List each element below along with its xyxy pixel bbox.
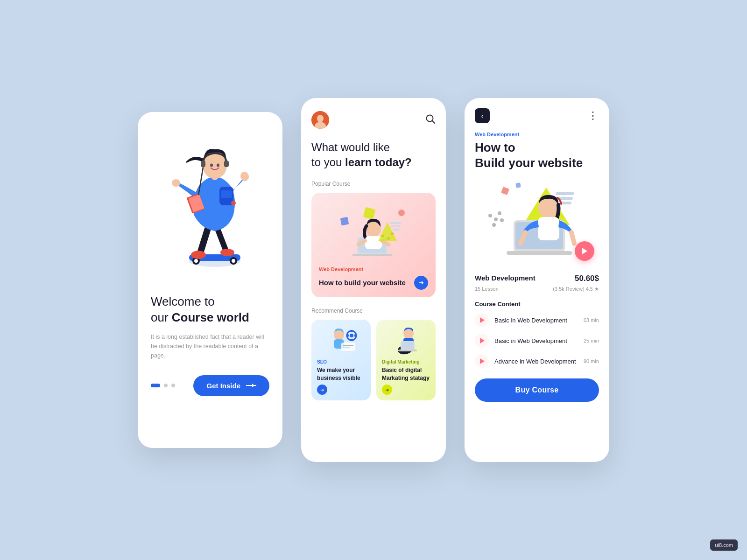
svg-rect-50 bbox=[350, 339, 353, 341]
back-button[interactable]: ‹ bbox=[475, 108, 490, 123]
dm-illustration bbox=[382, 326, 430, 357]
popular-course-card[interactable]: Web Development How to build your websit… bbox=[311, 193, 436, 297]
main-heading: What would like to you learn today? bbox=[311, 140, 436, 170]
svg-rect-44 bbox=[393, 229, 400, 231]
course-meta-row: Web Development 50.60$ bbox=[475, 274, 599, 283]
top-bar bbox=[311, 111, 436, 129]
seo-tag: SEO bbox=[317, 359, 365, 364]
svg-point-5 bbox=[232, 259, 235, 263]
welcome-text-section: Welcome to our Course world It is a long… bbox=[151, 289, 269, 396]
get-inside-button[interactable]: Get Inside bbox=[193, 375, 269, 396]
seo-illustration bbox=[317, 326, 365, 357]
popular-course-tag: Web Development bbox=[319, 266, 428, 272]
svg-rect-19 bbox=[221, 190, 232, 198]
svg-line-7 bbox=[217, 228, 226, 252]
svg-rect-76 bbox=[538, 217, 559, 240]
svg-rect-39 bbox=[365, 236, 382, 249]
lesson-title-2: Basic in Web Development bbox=[494, 337, 578, 344]
course-list-screen: What would like to you learn today? Popu… bbox=[301, 98, 446, 462]
svg-rect-70 bbox=[501, 187, 509, 195]
play-button[interactable] bbox=[575, 241, 594, 261]
popular-illustration bbox=[319, 201, 428, 262]
pagination-dots bbox=[151, 384, 175, 387]
watermark: ui8.com bbox=[710, 539, 738, 551]
course-detail-screen: ‹ ⋮ Web Development How to Build your we… bbox=[465, 98, 609, 462]
welcome-screen: Welcome to our Course world It is a long… bbox=[138, 112, 282, 448]
arrow-line-icon bbox=[246, 385, 256, 386]
welcome-title: Welcome to our Course world bbox=[151, 294, 269, 326]
svg-point-30 bbox=[398, 210, 405, 216]
svg-marker-79 bbox=[582, 248, 587, 254]
popular-course-arrow[interactable]: ➜ bbox=[414, 276, 428, 290]
dm-title: Basic of digital Markating statagy bbox=[382, 366, 430, 382]
lesson-title-1: Basic in Web Development bbox=[494, 317, 578, 324]
svg-rect-42 bbox=[390, 222, 402, 224]
detail-top-nav: ‹ ⋮ bbox=[475, 108, 599, 123]
svg-point-69 bbox=[500, 218, 504, 222]
svg-rect-53 bbox=[341, 343, 355, 351]
svg-point-10 bbox=[240, 171, 250, 182]
lesson-duration-2: 25 min bbox=[584, 338, 599, 343]
popular-course-title: How to build your website bbox=[319, 279, 406, 287]
svg-rect-61 bbox=[398, 350, 417, 351]
svg-point-24 bbox=[317, 115, 324, 122]
lesson-play-icon-3[interactable] bbox=[475, 354, 489, 368]
svg-rect-51 bbox=[346, 334, 349, 337]
svg-rect-74 bbox=[507, 251, 572, 255]
course-meta-sub: 15 Lesson (3.5k Review) 4.5 ★ bbox=[475, 286, 599, 292]
svg-line-6 bbox=[200, 229, 208, 254]
recommend-section-label: Recommend Course bbox=[311, 308, 436, 314]
svg-point-8 bbox=[191, 251, 206, 259]
seo-arrow[interactable]: ➜ bbox=[317, 385, 327, 395]
svg-rect-28 bbox=[363, 207, 376, 219]
svg-point-11 bbox=[172, 179, 180, 187]
svg-point-48 bbox=[350, 334, 353, 337]
star-icon: ★ bbox=[594, 286, 599, 292]
svg-point-4 bbox=[194, 259, 198, 263]
svg-point-68 bbox=[498, 211, 501, 215]
detail-course-title: How to Build your website bbox=[475, 140, 599, 170]
detail-course-tag: Web Development bbox=[475, 132, 599, 137]
svg-rect-52 bbox=[354, 334, 357, 337]
seo-title: We make your business visible bbox=[317, 366, 365, 382]
search-button[interactable] bbox=[425, 114, 436, 126]
lesson-play-icon-1[interactable] bbox=[475, 313, 489, 327]
svg-rect-62 bbox=[556, 192, 574, 195]
dot-3 bbox=[171, 384, 175, 387]
detail-illustration bbox=[475, 177, 599, 266]
popular-section-label: Popular Course bbox=[311, 181, 436, 187]
course-content-label: Course Content bbox=[475, 301, 599, 308]
lesson-play-icon-2[interactable] bbox=[475, 334, 489, 348]
seo-course-card[interactable]: SEO We make your business visible ➜ bbox=[311, 320, 371, 401]
lesson-item-1: Basic in Web Development 03 min bbox=[475, 313, 599, 327]
lesson-duration-3: 90 min bbox=[584, 358, 599, 364]
lesson-duration-1: 03 min bbox=[584, 317, 599, 323]
svg-point-9 bbox=[220, 249, 234, 256]
svg-point-66 bbox=[494, 217, 498, 221]
dm-tag: Digital Marketing bbox=[382, 359, 430, 364]
lesson-item-2: Basic in Web Development 25 min bbox=[475, 334, 599, 348]
popular-course-title-row: How to build your website ➜ bbox=[319, 276, 428, 290]
svg-point-21 bbox=[210, 164, 213, 167]
svg-line-27 bbox=[432, 120, 435, 123]
lesson-item-3: Advance in Web Development 90 min bbox=[475, 354, 599, 368]
digital-marketing-card[interactable]: Digital Marketing Basic of digital Marka… bbox=[376, 320, 436, 401]
buy-course-button[interactable]: Buy Course bbox=[475, 378, 599, 402]
recommend-grid: SEO We make your business visible ➜ bbox=[311, 320, 436, 401]
svg-rect-49 bbox=[350, 330, 353, 332]
dot-active bbox=[151, 384, 160, 387]
svg-point-67 bbox=[492, 223, 496, 227]
svg-rect-17 bbox=[224, 161, 229, 167]
review-text: (3.5k Review) 4.5 ★ bbox=[553, 286, 599, 292]
svg-point-22 bbox=[217, 164, 219, 167]
svg-point-65 bbox=[488, 214, 492, 217]
lesson-count: 15 Lesson bbox=[475, 286, 499, 292]
svg-rect-29 bbox=[340, 217, 349, 226]
svg-rect-16 bbox=[201, 161, 205, 167]
svg-rect-37 bbox=[352, 254, 392, 256]
more-options-button[interactable]: ⋮ bbox=[588, 110, 599, 122]
course-category: Web Development bbox=[475, 274, 536, 282]
user-avatar[interactable] bbox=[311, 111, 329, 129]
dm-arrow[interactable]: ➜ bbox=[382, 385, 392, 395]
svg-rect-43 bbox=[391, 225, 401, 227]
